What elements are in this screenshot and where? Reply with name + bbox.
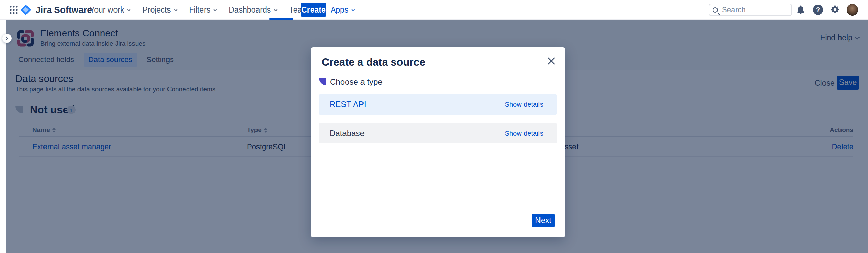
jira-home-link[interactable]: Jira Software	[20, 4, 92, 15]
search-box[interactable]	[709, 4, 792, 16]
nav-item-projects[interactable]: Projects	[142, 5, 176, 15]
nav-item-filters[interactable]: Filters	[189, 5, 216, 15]
close-icon	[547, 57, 556, 65]
step-quarter-icon	[319, 78, 326, 85]
create-data-source-modal: Create a data source Choose a type REST …	[311, 47, 565, 237]
chevron-down-icon	[213, 7, 217, 11]
next-button[interactable]: Next	[532, 214, 555, 227]
bell-icon	[796, 5, 806, 15]
chevron-right-icon	[4, 36, 8, 40]
gear-icon	[830, 5, 840, 15]
nav-item-label: Dashboards	[229, 5, 271, 15]
create-button[interactable]: Create	[301, 3, 326, 17]
notifications-button[interactable]	[795, 4, 807, 16]
nav-item-apps[interactable]: Apps	[331, 5, 354, 15]
settings-button[interactable]	[829, 4, 841, 16]
brand-name: Jira Software	[36, 5, 92, 15]
question-mark-icon: ?	[813, 5, 823, 15]
search-icon	[713, 7, 718, 13]
nav-item-label: Filters	[189, 5, 211, 15]
option-database[interactable]: Database Show details	[319, 123, 557, 143]
chevron-down-icon	[174, 7, 177, 11]
nav-item-label: Projects	[142, 5, 171, 15]
show-details-link[interactable]: Show details	[505, 130, 543, 137]
app-switcher-button[interactable]	[7, 4, 20, 16]
chevron-down-icon	[274, 7, 278, 11]
nav-item-your-work[interactable]: Your work	[90, 5, 130, 15]
nav-item-label: Your work	[90, 5, 124, 15]
option-name: REST API	[330, 100, 366, 109]
sidebar-collapsed-rail	[0, 20, 6, 253]
help-button[interactable]: ?	[812, 4, 824, 16]
sidebar-expand-button[interactable]	[2, 34, 12, 43]
step-label: Choose a type	[330, 77, 383, 87]
chevron-down-icon	[351, 7, 355, 11]
option-name: Database	[330, 129, 365, 138]
top-navigation-bar: Jira Software Your work Projects Filters…	[0, 0, 868, 20]
user-avatar[interactable]	[847, 4, 858, 16]
active-nav-underline	[269, 18, 293, 20]
modal-close-button[interactable]	[546, 56, 557, 66]
search-input[interactable]	[722, 5, 780, 14]
jira-logo-icon	[20, 4, 31, 15]
modal-title: Create a data source	[322, 56, 425, 69]
show-details-link[interactable]: Show details	[505, 101, 543, 109]
chevron-down-icon	[127, 7, 131, 11]
nav-item-dashboards[interactable]: Dashboards	[229, 5, 277, 15]
nav-item-label: Apps	[331, 5, 348, 15]
option-rest-api[interactable]: REST API Show details	[319, 94, 557, 115]
app-grid-icon	[9, 5, 18, 14]
